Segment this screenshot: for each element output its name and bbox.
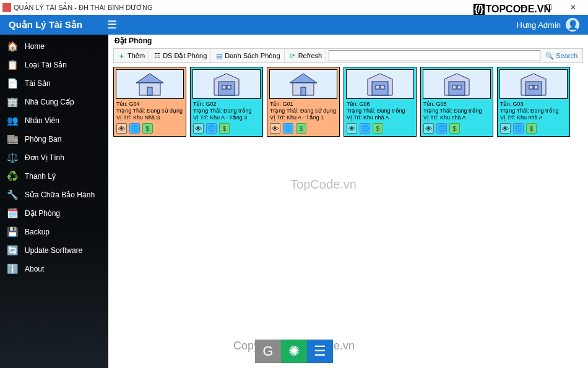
refresh-button[interactable]: ⟳ Refresh: [285, 49, 327, 62]
room-name: Tên: G06: [347, 101, 413, 108]
view-icon[interactable]: 👁: [270, 123, 280, 134]
svg-rect-4: [218, 82, 235, 95]
sidebar-item-label: Update Sorftware: [25, 246, 108, 255]
room-info: Tên: G05 Trạng Thái: Đang trống Vị Trí: …: [421, 101, 493, 122]
sidebar-item-7[interactable]: ♻️Thanh Lý: [0, 167, 108, 186]
view-icon[interactable]: 👁: [347, 123, 357, 134]
sidebar-item-label: Backup: [25, 228, 108, 236]
room-card[interactable]: Tên: G06 Trạng Thái: Đang trống Vị Trí: …: [344, 67, 417, 137]
sync-room-icon[interactable]: 🌐: [513, 123, 524, 134]
sync-icon[interactable]: G: [255, 340, 281, 363]
dollar-icon[interactable]: $: [373, 123, 383, 134]
sidebar-icon: 🏬: [6, 133, 19, 145]
sync-room-icon[interactable]: 🌐: [129, 123, 140, 134]
sidebar: 🏠Home📋Loại Tài Sản📄Tài Sản🏢Nhà Cung Cấp👥…: [0, 35, 108, 368]
sidebar-icon: ♻️: [6, 170, 19, 182]
sidebar-item-label: Sửa Chữa Bảo Hành: [25, 190, 108, 199]
search-button[interactable]: 🔍 Search: [540, 52, 582, 60]
booking-list-button[interactable]: ☷ DS Đặt Phòng: [149, 49, 211, 62]
sync-room-icon[interactable]: 🌐: [206, 123, 217, 134]
svg-rect-19: [525, 82, 542, 95]
sidebar-item-1[interactable]: 📋Loại Tài Sản: [0, 56, 108, 74]
dollar-icon[interactable]: $: [296, 123, 306, 134]
sidebar-item-11[interactable]: 🔄Update Sorftware: [0, 241, 108, 260]
room-actions: 👁 🌐 $: [191, 122, 262, 136]
svg-rect-2: [147, 87, 152, 95]
room-thumbnail: [346, 69, 414, 99]
dollar-icon[interactable]: $: [449, 123, 460, 134]
room-card[interactable]: Tên: G05 Trạng Thái: Đang trống Vị Trí: …: [420, 67, 493, 137]
avatar[interactable]: 👤: [566, 18, 579, 32]
content-panel: Đặt Phòng ＋ Thêm ☷ DS Đặt Phòng ▤ Danh S…: [108, 35, 588, 368]
sidebar-item-label: Thanh Lý: [25, 172, 108, 181]
room-thumbnail: [269, 69, 337, 99]
sidebar-item-8[interactable]: 🔧Sửa Chữa Bảo Hành: [0, 186, 108, 204]
sidebar-item-12[interactable]: ℹ️About: [0, 260, 108, 278]
sidebar-icon: 🔧: [6, 189, 19, 201]
sidebar-item-4[interactable]: 👥Nhân Viên: [0, 111, 108, 130]
sidebar-item-2[interactable]: 📄Tài Sản: [0, 74, 108, 93]
room-location: Vị Trí: Khu A - Tầng 3: [193, 114, 260, 121]
room-card[interactable]: Tên: G04 Trạng Thái: Đang sử dụng Vị Trí…: [113, 67, 186, 137]
close-button[interactable]: ✕: [561, 1, 586, 14]
search-icon: 🔍: [545, 52, 554, 60]
sidebar-icon: 🗓️: [6, 207, 19, 220]
sidebar-item-5[interactable]: 🏬Phòng Ban: [0, 130, 108, 148]
svg-marker-7: [290, 74, 317, 83]
sync-room-icon[interactable]: 🌐: [436, 123, 447, 134]
menu-toggle-icon[interactable]: ☰: [107, 18, 117, 32]
room-grid: Tên: G04 Trạng Thái: Đang sử dụng Vị Trí…: [108, 63, 588, 140]
app-icon: [2, 3, 11, 12]
room-info: Tên: G02 Trạng Thái: Đang trống Vị Trí: …: [191, 101, 262, 122]
dollar-icon[interactable]: $: [526, 123, 537, 134]
svg-rect-12: [376, 85, 379, 89]
room-card[interactable]: Tên: G01 Trạng Thái: Đang sử dụng Vị Trí…: [267, 67, 340, 137]
dollar-icon[interactable]: $: [219, 123, 230, 134]
room-actions: 👁 🌐 $: [421, 122, 493, 136]
view-icon[interactable]: 👁: [423, 123, 434, 134]
view-icon[interactable]: 👁: [500, 123, 511, 134]
room-card[interactable]: Tên: G02 Trạng Thái: Đang trống Vị Trí: …: [190, 67, 263, 137]
bottom-action-bar: G ✺ ☰: [255, 340, 333, 363]
sidebar-item-0[interactable]: 🏠Home: [0, 37, 108, 56]
room-status: Trạng Thái: Đang trống: [500, 108, 567, 114]
window-title: QUẢN LÝ TÀI SẢN - ĐH THÁI BÌNH DƯƠNG: [14, 4, 153, 12]
room-status: Trạng Thái: Đang sử dụng: [270, 108, 337, 114]
search-input[interactable]: [329, 50, 540, 61]
list-icon: ☷: [153, 52, 161, 60]
refresh-icon: ⟳: [288, 52, 296, 60]
room-name: Tên: G02: [193, 101, 260, 108]
room-list-button[interactable]: ▤ Danh Sách Phòng: [211, 49, 284, 62]
sidebar-item-10[interactable]: 💾Backup: [0, 223, 108, 241]
sidebar-item-6[interactable]: ⚖️Đơn Vị Tính: [0, 148, 108, 167]
sidebar-item-3[interactable]: 🏢Nhà Cung Cấp: [0, 93, 108, 111]
plus-icon: ＋: [118, 52, 126, 60]
room-status: Trạng Thái: Đang trống: [347, 108, 413, 114]
sidebar-item-label: Đơn Vị Tính: [25, 153, 108, 162]
sync-room-icon[interactable]: 🌐: [283, 123, 293, 134]
svg-rect-9: [301, 87, 306, 95]
room-card[interactable]: Tên: G03 Trạng Thái: Đang trống Vị Trí: …: [497, 67, 570, 137]
toolbar: ＋ Thêm ☷ DS Đặt Phòng ▤ Danh Sách Phòng …: [113, 48, 583, 63]
svg-rect-6: [227, 85, 231, 89]
room-info: Tên: G01 Trạng Thái: Đang sử dụng Vị Trí…: [267, 101, 339, 122]
table-icon: ▤: [215, 52, 223, 60]
list-view-icon[interactable]: ☰: [307, 340, 333, 363]
view-icon[interactable]: 👁: [116, 123, 127, 134]
sidebar-item-label: Tài Sản: [25, 79, 108, 88]
sidebar-icon: 📄: [6, 77, 19, 90]
add-button[interactable]: ＋ Thêm: [114, 49, 149, 62]
sync-room-icon[interactable]: 🌐: [360, 123, 370, 134]
sidebar-item-9[interactable]: 🗓️Đặt Phòng: [0, 204, 108, 223]
svg-rect-17: [457, 85, 461, 89]
room-info: Tên: G04 Trạng Thái: Đang sử dụng Vị Trí…: [114, 101, 186, 122]
svg-rect-16: [452, 85, 456, 89]
svg-rect-13: [381, 85, 384, 89]
settings-icon[interactable]: ✺: [281, 340, 307, 363]
dollar-icon[interactable]: $: [142, 123, 153, 134]
page-title: Đặt Phòng: [108, 35, 588, 48]
sidebar-item-label: About: [25, 265, 108, 273]
sidebar-icon: 🏠: [6, 40, 19, 53]
view-icon[interactable]: 👁: [193, 123, 204, 134]
room-name: Tên: G05: [423, 101, 490, 108]
